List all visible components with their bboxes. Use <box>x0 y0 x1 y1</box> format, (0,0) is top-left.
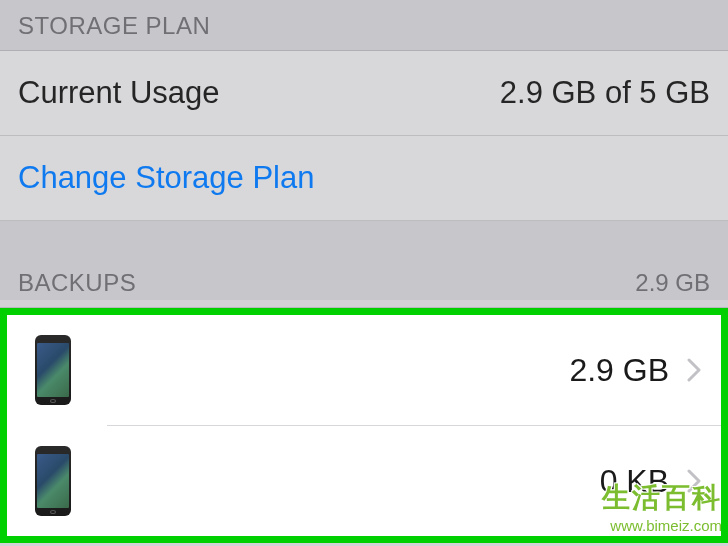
backups-total-value: 2.9 GB <box>635 269 710 297</box>
iphone-icon <box>35 446 71 516</box>
backups-header: BACKUPS 2.9 GB <box>0 257 728 308</box>
change-storage-plan-label: Change Storage Plan <box>18 160 314 196</box>
chevron-right-icon <box>687 463 701 499</box>
backups-highlight-box: 2.9 GB 0 KB <box>0 308 728 543</box>
device-backup-size: 2.9 GB <box>569 352 669 389</box>
backups-header-label: BACKUPS <box>18 269 136 297</box>
current-usage-value: 2.9 GB of 5 GB <box>500 75 710 111</box>
current-usage-row: Current Usage 2.9 GB of 5 GB <box>0 51 728 136</box>
chevron-right-icon <box>687 352 701 388</box>
storage-plan-header-label: STORAGE PLAN <box>18 12 210 40</box>
iphone-icon <box>35 335 71 405</box>
section-spacer <box>0 221 728 257</box>
device-backup-size: 0 KB <box>600 463 669 500</box>
storage-plan-header: STORAGE PLAN <box>0 0 728 51</box>
current-usage-label: Current Usage <box>18 75 220 111</box>
change-storage-plan-row[interactable]: Change Storage Plan <box>0 136 728 221</box>
backup-device-row[interactable]: 2.9 GB <box>7 315 721 425</box>
backup-device-row[interactable]: 0 KB <box>7 426 721 536</box>
